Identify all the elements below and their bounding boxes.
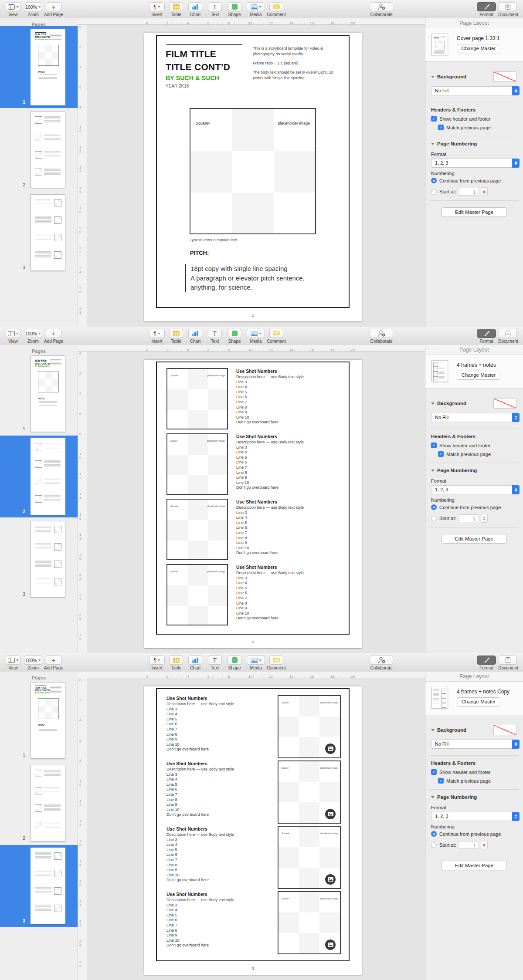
format-button[interactable] [477, 656, 496, 665]
continue-numbering-row[interactable]: Continue from previous page [431, 504, 501, 510]
square-image-placeholder[interactable]: Square² placeholder image [278, 891, 341, 954]
stepper-control[interactable] [481, 841, 488, 849]
page-numbering-section-header[interactable]: Page Numbering [431, 794, 517, 800]
year-textbox[interactable]: YEAR 2K18 [166, 84, 189, 88]
chart-button[interactable] [188, 329, 202, 338]
square-image-placeholder[interactable]: Square² placeholder image [166, 368, 228, 429]
change-master-button[interactable]: Change Master [457, 697, 500, 706]
view-button[interactable] [6, 2, 20, 11]
number-format-dropdown[interactable]: 1, 2, 3 [431, 159, 520, 168]
background-fill-swatch[interactable] [493, 398, 516, 409]
text-button[interactable]: T [208, 2, 222, 11]
document-button[interactable] [499, 329, 517, 338]
thumbnail-page-frames-mirrored[interactable] [31, 194, 65, 271]
page-numbering-section-header[interactable]: Page Numbering [431, 141, 517, 146]
square-image-placeholder[interactable]: Square² placeholder image [190, 108, 316, 234]
thumbnail-page-frames-mirrored[interactable] [31, 848, 65, 924]
start-at-input[interactable]: 1 [459, 514, 478, 522]
view-button[interactable] [6, 656, 20, 665]
page-thumbnail-3[interactable]: 3 [0, 518, 78, 600]
format-button[interactable] [477, 329, 496, 338]
document-page[interactable]: FILM TITLE TITLE CONT’D BY SUCH & SUCH Y… [144, 360, 362, 648]
checkbox-checked-icon[interactable]: ✓ [438, 778, 444, 784]
chart-button[interactable] [188, 2, 202, 11]
continue-numbering-row[interactable]: Continue from previous page [431, 178, 501, 183]
master-thumbnail[interactable] [431, 34, 448, 55]
thumbnail-page-cover[interactable]: FILM TITLE TITLE CONT’D BY SUCH & SUCH ·… [31, 682, 65, 759]
page-thumbnail-3[interactable]: 3 [0, 845, 78, 927]
page-thumbnail-3[interactable]: 3 [0, 192, 78, 274]
format-button[interactable] [477, 2, 496, 11]
show-header-footer-row[interactable]: ✓ Show header and footer [431, 769, 490, 775]
comment-button[interactable] [269, 2, 283, 11]
byline-textbox[interactable]: BY SUCH & SUCH [166, 74, 219, 81]
background-fill-swatch[interactable] [493, 725, 516, 735]
thumbnail-page-frames[interactable] [31, 112, 65, 188]
start-at-input[interactable]: 1 [459, 841, 478, 849]
background-fill-dropdown[interactable]: No Fill [431, 740, 520, 749]
film-title-textbox[interactable]: FILM TITLE TITLE CONT’D [166, 47, 230, 74]
page-thumbnail-2[interactable]: 2 [0, 109, 78, 191]
thumbnail-page-frames-mirrored[interactable] [31, 521, 65, 598]
page-thumbnail-1[interactable]: FILM TITLE TITLE CONT’D BY SUCH & SUCH ·… [0, 353, 78, 435]
start-at-row[interactable]: Start at: 1 [431, 187, 488, 196]
continue-numbering-row[interactable]: Continue from previous page [431, 831, 501, 837]
checkbox-checked-icon[interactable]: ✓ [431, 769, 437, 775]
insert-media-button[interactable] [325, 809, 336, 819]
start-at-row[interactable]: Start at: 1 [431, 841, 488, 849]
pitch-textbox[interactable]: 18pt copy with single line spacingA para… [185, 264, 305, 292]
shot-notes-textbox[interactable]: Use Shot Numbers Description here — use … [166, 761, 267, 818]
zoom-control[interactable]: 100% [24, 656, 42, 665]
insert-media-button[interactable] [325, 939, 336, 950]
media-button[interactable] [247, 2, 265, 11]
change-master-button[interactable]: Change Master [457, 371, 500, 380]
change-master-button[interactable]: Change Master [457, 44, 500, 53]
caption-textbox[interactable]: Type to enter a caption text [190, 238, 237, 242]
checkbox-checked-icon[interactable]: ✓ [438, 451, 444, 457]
thumbnail-page-cover[interactable]: FILM TITLE TITLE CONT’D BY SUCH & SUCH ·… [31, 29, 65, 105]
document-page[interactable]: FILM TITLE TITLE CONT’D BY SUCH & SUCH Y… [144, 33, 362, 321]
text-button[interactable]: T [208, 329, 222, 338]
comment-button[interactable] [269, 329, 283, 338]
shot-notes-textbox[interactable]: Use Shot Numbers Description here — use … [166, 826, 267, 883]
stepper-control[interactable] [481, 514, 488, 523]
background-fill-swatch[interactable] [493, 71, 516, 82]
edit-master-page-button[interactable]: Edit Master Page [441, 207, 507, 217]
match-previous-row[interactable]: ✓ Match previous page [438, 125, 491, 130]
square-image-placeholder[interactable]: Square² placeholder image [166, 564, 228, 625]
document-page[interactable]: FILM TITLE TITLE CONT’D BY SUCH & SUCH Y… [144, 686, 362, 975]
thumbnail-page-cover[interactable]: FILM TITLE TITLE CONT’D BY SUCH & SUCH ·… [31, 355, 65, 432]
number-format-dropdown[interactable]: 1, 2, 3 [431, 485, 520, 494]
page-thumbnail-1[interactable]: FILM TITLE TITLE CONT’D BY SUCH & SUCH ·… [0, 679, 78, 761]
match-previous-row[interactable]: ✓ Match previous page [438, 778, 491, 784]
pitch-heading[interactable]: PITCH: [190, 250, 209, 256]
shot-notes-textbox[interactable]: Use Shot Numbers Description here — use … [166, 892, 267, 948]
shot-notes-textbox[interactable]: Use Shot Numbers Description here — use … [236, 368, 336, 425]
thumbnail-page-frames[interactable] [31, 438, 65, 515]
radio-selected-icon[interactable] [431, 504, 437, 510]
add-page-button[interactable]: + [46, 329, 61, 338]
radio-selected-icon[interactable] [431, 178, 437, 183]
master-thumbnail[interactable] [431, 360, 448, 382]
match-previous-row[interactable]: ✓ Match previous page [438, 451, 491, 457]
table-button[interactable] [169, 2, 183, 11]
background-fill-dropdown[interactable]: No Fill [431, 413, 520, 422]
insert-button[interactable]: ¶ [149, 329, 165, 338]
shot-notes-textbox[interactable]: Use Shot Numbers Description here — use … [236, 434, 336, 490]
shot-notes-textbox[interactable]: Use Shot Numbers Description here — use … [236, 564, 336, 621]
square-image-placeholder[interactable]: Square² placeholder image [278, 695, 341, 758]
page-thumbnail-1[interactable]: FILM TITLE TITLE CONT’D BY SUCH & SUCH ·… [0, 26, 78, 108]
shape-button[interactable] [228, 329, 241, 338]
page-thumbnail-2[interactable]: 2 [0, 436, 78, 517]
show-header-footer-row[interactable]: ✓ Show header and footer [431, 443, 490, 448]
square-image-placeholder[interactable]: Square² placeholder image [166, 433, 228, 495]
table-button[interactable] [169, 656, 183, 665]
comment-button[interactable] [269, 656, 283, 665]
shot-notes-textbox[interactable]: Use Shot Numbers Description here — use … [166, 696, 267, 752]
radio-unselected-icon[interactable] [431, 189, 437, 195]
number-format-dropdown[interactable]: 1, 2, 3 [431, 812, 520, 821]
square-image-placeholder[interactable]: Square² placeholder image [278, 760, 341, 824]
radio-selected-icon[interactable] [431, 831, 437, 837]
thumbnail-page-frames[interactable] [31, 765, 65, 841]
start-at-row[interactable]: Start at: 1 [431, 514, 488, 523]
